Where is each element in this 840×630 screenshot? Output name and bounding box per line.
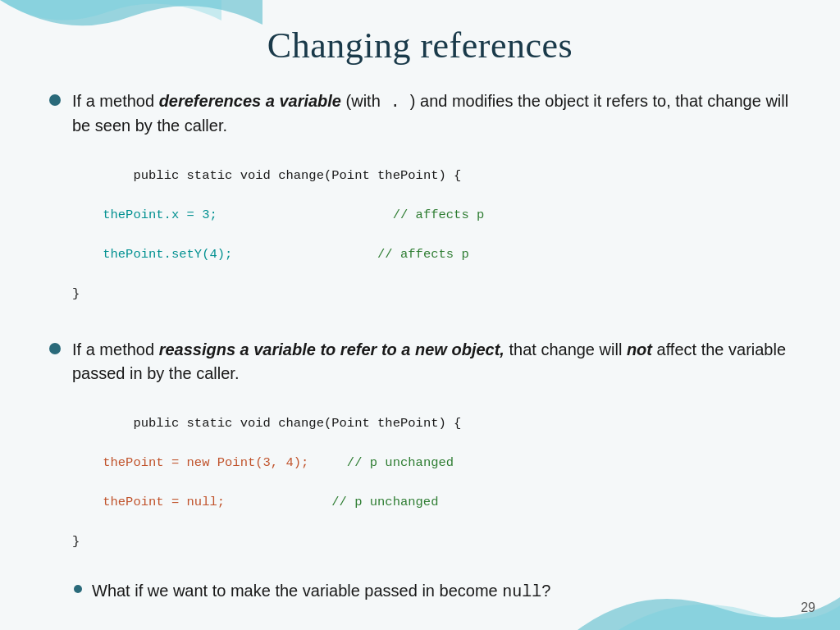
- code2-line2-orange: thePoint = new Point(3, 4);: [72, 455, 308, 470]
- bullet-text-1: If a method dereferences a variable (wit…: [72, 89, 791, 138]
- bullet-dot-2: [49, 343, 61, 354]
- bullet-item-2: If a method reassigns a variable to refe…: [49, 338, 791, 386]
- sub-bullet-text-end: ?: [541, 582, 550, 600]
- bullet2-not-word: not: [627, 340, 652, 358]
- sub-bullet-dot: [74, 585, 82, 593]
- slide-title: Changing references: [49, 25, 791, 66]
- bullet-text-2: If a method reassigns a variable to refe…: [72, 338, 791, 386]
- bullet-item-1: If a method dereferences a variable (wit…: [49, 89, 791, 138]
- code2-line4: }: [72, 534, 80, 549]
- bullet-section-2: If a method reassigns a variable to refe…: [49, 338, 791, 604]
- slide: Changing references If a method derefere…: [0, 0, 840, 630]
- code1-line4: }: [72, 286, 80, 301]
- code2-line1: public static void change(Point thePoint…: [133, 416, 461, 431]
- bullet1-italic: dereferences a variable: [159, 92, 341, 110]
- bullet-dot-1: [49, 94, 61, 106]
- sub-bullet-item: What if we want to make the variable pas…: [74, 579, 791, 604]
- code2-line3-orange: thePoint = null;: [72, 495, 225, 509]
- code-block-2: public static void change(Point thePoint…: [72, 394, 791, 571]
- code2-line2-comment: // p unchanged: [308, 455, 454, 470]
- slide-content: Changing references If a method derefere…: [0, 0, 840, 630]
- bullet1-text-before: If a method: [72, 92, 159, 110]
- bullet1-text-after: (with: [341, 92, 381, 110]
- code2-line3-comment: // p unchanged: [225, 495, 438, 509]
- sub-bullet-inline-code: null: [502, 582, 541, 601]
- code1-line2-teal: thePoint.x = 3;: [72, 208, 217, 222]
- bullet-section-1: If a method dereferences a variable (wit…: [49, 89, 791, 323]
- code1-line2-comment: // affects p: [217, 208, 485, 222]
- code-block-1: public static void change(Point thePoint…: [72, 146, 791, 323]
- bullet2-italic: reassigns a variable to refer to a new o…: [159, 340, 504, 358]
- page-number: 29: [801, 600, 815, 615]
- bullet1-inline-code: .: [381, 93, 410, 112]
- bullet2-text-before: If a method: [72, 340, 159, 358]
- code1-line3-comment: // affects p: [232, 247, 468, 262]
- code1-line1: public static void change(Point thePoint…: [133, 168, 461, 183]
- bullet2-text-after: that change will: [504, 340, 627, 358]
- sub-bullet-text-main: What if we want to make the variable pas…: [92, 582, 502, 600]
- sub-bullet-text: What if we want to make the variable pas…: [92, 579, 550, 604]
- code1-line3-teal: thePoint.setY(4);: [72, 247, 232, 262]
